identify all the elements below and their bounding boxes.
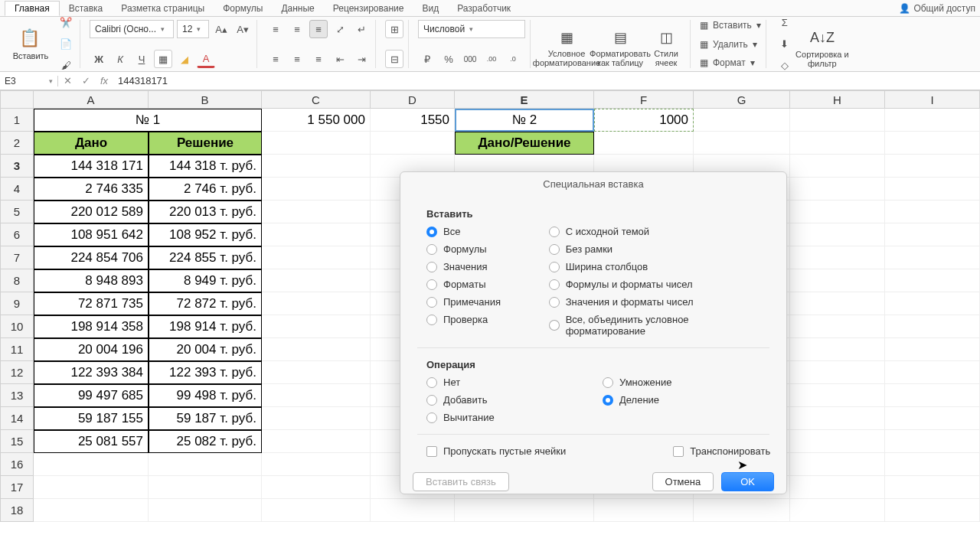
cell[interactable]	[694, 499, 790, 522]
currency-icon[interactable]: ₽	[418, 50, 436, 68]
cell[interactable]: 8 949 т. руб.	[149, 269, 262, 292]
cell[interactable]	[790, 407, 885, 430]
cell[interactable]	[262, 269, 371, 292]
cell[interactable]	[262, 178, 371, 201]
cell[interactable]	[885, 223, 980, 246]
cell[interactable]: Дано/Решение	[455, 132, 594, 155]
paste-radio[interactable]: Формулы	[426, 243, 534, 255]
cell[interactable]	[262, 407, 371, 430]
format-table-button[interactable]: ▤Форматировать как таблицу	[593, 20, 647, 67]
orientation-icon[interactable]: ⤢	[331, 20, 349, 38]
row-header-10[interactable]: 10	[0, 315, 34, 338]
paste-radio[interactable]: Формулы и форматы чисел	[549, 279, 771, 290]
cancel-button[interactable]: Отмена	[652, 472, 714, 491]
row-header-6[interactable]: 6	[0, 223, 34, 246]
row-header-8[interactable]: 8	[0, 269, 34, 292]
align-top-icon[interactable]: ≡	[266, 20, 285, 38]
cell[interactable]: Решение	[149, 132, 262, 155]
cell[interactable]	[262, 384, 371, 407]
cell[interactable]	[34, 499, 149, 522]
cell[interactable]	[790, 201, 885, 223]
cell[interactable]: 1000	[594, 109, 694, 132]
cell[interactable]: 99 498 т. руб.	[149, 384, 262, 407]
cell[interactable]: 72 872 т. руб.	[149, 292, 262, 315]
transpose-check[interactable]: Транспонировать	[673, 445, 770, 457]
cell[interactable]: 108 952 т. руб.	[149, 223, 262, 246]
tab-home[interactable]: Главная	[5, 1, 60, 16]
cell[interactable]: 20 004 т. руб.	[149, 338, 262, 361]
tab-layout[interactable]: Разметка страницы	[112, 2, 214, 15]
paste-radio[interactable]: Значения и форматы чисел	[549, 296, 771, 308]
col-header-G[interactable]: G	[694, 90, 790, 109]
paste-radio[interactable]: Без рамки	[549, 243, 771, 255]
cell[interactable]	[885, 132, 980, 155]
cell[interactable]	[885, 292, 980, 315]
border-button[interactable]: ▦	[154, 50, 172, 68]
underline-button[interactable]: Ч	[132, 50, 151, 68]
cell[interactable]	[885, 476, 980, 499]
paste-radio[interactable]: Все, объединить условное форматирование	[549, 314, 771, 337]
cell[interactable]: 144 318 171	[34, 155, 149, 178]
align-right-icon[interactable]: ≡	[309, 50, 328, 68]
align-center-icon[interactable]: ≡	[288, 50, 306, 68]
paste-button[interactable]: 📋 Вставить	[9, 28, 52, 60]
cell[interactable]	[594, 499, 694, 522]
col-header-H[interactable]: H	[790, 90, 885, 109]
row-header-1[interactable]: 1	[0, 109, 34, 132]
share-button[interactable]: 👤 Общий доступ	[899, 3, 975, 14]
comma-icon[interactable]: 000	[461, 50, 479, 68]
cell[interactable]: 8 948 893	[34, 269, 149, 292]
paste-radio[interactable]: Проверка	[426, 314, 534, 325]
paste-radio[interactable]: Форматы	[426, 279, 534, 290]
cell[interactable]: № 1	[34, 109, 262, 132]
row-header-18[interactable]: 18	[0, 499, 34, 522]
row-header-12[interactable]: 12	[0, 361, 34, 384]
paste-radio[interactable]: Все	[426, 226, 534, 237]
cell[interactable]	[262, 361, 371, 384]
clear-icon[interactable]: ◇	[776, 57, 794, 75]
row-header-14[interactable]: 14	[0, 407, 34, 430]
cell[interactable]	[790, 430, 885, 453]
cell[interactable]	[149, 476, 262, 499]
cell[interactable]	[790, 269, 885, 292]
cell[interactable]	[262, 155, 371, 178]
wrap-text-icon[interactable]: ↵	[352, 20, 371, 38]
cell[interactable]	[694, 109, 790, 132]
col-header-B[interactable]: B	[149, 90, 262, 109]
row-header-16[interactable]: 16	[0, 453, 34, 476]
indent-dec-icon[interactable]: ⇤	[331, 50, 349, 68]
dec-decimal-icon[interactable]: .0	[504, 50, 522, 68]
font-color-button[interactable]: А	[197, 50, 215, 68]
format-cells-button[interactable]: ▦ Формат ▾	[700, 57, 761, 68]
cell[interactable]: 224 854 706	[34, 246, 149, 269]
cell[interactable]: 108 951 642	[34, 223, 149, 246]
cell[interactable]	[262, 132, 371, 155]
cell[interactable]	[790, 246, 885, 269]
cancel-formula-icon[interactable]: ✕	[58, 75, 77, 86]
cell[interactable]	[262, 201, 371, 223]
cell[interactable]: 99 497 685	[34, 384, 149, 407]
col-header-D[interactable]: D	[371, 90, 455, 109]
skip-blanks-check[interactable]: Пропускать пустые ячейки	[426, 445, 566, 457]
delete-cells-button[interactable]: ▦ Удалить ▾	[700, 39, 761, 50]
cell[interactable]: 20 004 196	[34, 338, 149, 361]
cell[interactable]	[885, 430, 980, 453]
op-radio[interactable]: Умножение	[603, 377, 671, 388]
col-header-E[interactable]: E	[455, 90, 594, 109]
row-header-5[interactable]: 5	[0, 201, 34, 223]
cell[interactable]	[262, 246, 371, 269]
merge-dd[interactable]: ⊟	[385, 50, 403, 68]
row-header-2[interactable]: 2	[0, 132, 34, 155]
cell[interactable]	[455, 499, 594, 522]
cell[interactable]	[885, 361, 980, 384]
indent-inc-icon[interactable]: ⇥	[352, 50, 371, 68]
cell[interactable]	[262, 430, 371, 453]
cell-styles-button[interactable]: ◫Стили ячеек	[647, 20, 685, 67]
cell[interactable]	[790, 384, 885, 407]
format-painter-icon[interactable]: 🖌	[57, 57, 75, 75]
col-header-C[interactable]: C	[262, 90, 371, 109]
row-header-3[interactable]: 3	[0, 155, 34, 178]
cell[interactable]: 1 550 000	[262, 109, 371, 132]
cell[interactable]: 198 914 358	[34, 315, 149, 338]
row-header-4[interactable]: 4	[0, 178, 34, 201]
